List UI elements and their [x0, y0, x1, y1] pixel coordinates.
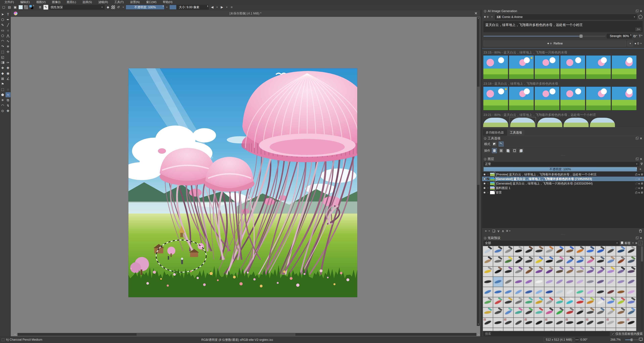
mode-vector-button[interactable]: [498, 142, 504, 147]
brush-preset-tile[interactable]: [585, 287, 595, 297]
brush-preset-tile[interactable]: [503, 308, 514, 318]
brush-preset-tile[interactable]: [565, 287, 575, 297]
menu-选择S[interactable]: 选择(S): [80, 0, 95, 4]
brush-option-icon[interactable]: ≣: [38, 5, 42, 9]
close-document-icon[interactable]: ✕: [474, 11, 478, 15]
brush-preset-tile[interactable]: [575, 297, 585, 307]
tool-rectangle-icon[interactable]: ▭: [0, 28, 5, 33]
brush-preset-tile[interactable]: [575, 328, 585, 331]
search-in-tag-checkbox[interactable]: ✓ 仅在当前标签内搜索: [612, 332, 643, 336]
layer-visibility-icon[interactable]: [483, 178, 486, 180]
tool-text-icon[interactable]: T: [6, 12, 10, 17]
tab-advanced-color-selector[interactable]: 多功能拾色器: [483, 129, 507, 136]
preserve-alpha-icon[interactable]: [111, 5, 115, 9]
fit-to-screen-icon[interactable]: [639, 338, 643, 341]
delete-layer-button[interactable]: [639, 229, 642, 233]
brush-search-input[interactable]: 搜索: [484, 332, 610, 336]
opacity-spinbox[interactable]: 不透明度: 100%▲▼: [126, 5, 164, 9]
scroll-left-icon[interactable]: ◀: [14, 333, 16, 336]
tool-similar-select-icon[interactable]: ⧉: [6, 98, 10, 103]
zoom-slider[interactable]: [625, 340, 639, 340]
float-docker-icon[interactable]: [636, 158, 638, 160]
brush-preset-tile[interactable]: [606, 287, 616, 297]
brush-preset-tile[interactable]: [565, 256, 575, 266]
brush-preset-tile[interactable]: [483, 287, 493, 297]
brush-preset-tile[interactable]: [626, 287, 636, 297]
brush-preset-tile[interactable]: [565, 308, 575, 318]
brush-preset-tile[interactable]: [565, 328, 575, 331]
brush-preset-tile[interactable]: [626, 297, 636, 307]
move-layer-up-button[interactable]: ∧: [502, 229, 504, 233]
tool-freehand-brush-icon[interactable]: ✎: [0, 22, 5, 27]
brush-preset-tile[interactable]: [626, 318, 636, 328]
brush-grid-scrollbar[interactable]: [641, 246, 643, 331]
layer-name[interactable]: 背景: [496, 191, 634, 195]
tags-button[interactable]: 标签: [624, 241, 630, 245]
brush-preset-tile[interactable]: [626, 277, 636, 287]
add-layer-button[interactable]: ＋: [484, 229, 488, 233]
action-replace-button[interactable]: [492, 148, 497, 153]
brush-preset-tile[interactable]: [493, 267, 503, 277]
generated-thumbnail[interactable]: [612, 86, 636, 110]
brush-preset-tile[interactable]: [524, 267, 534, 277]
tool-bezier-curve-icon[interactable]: ◠: [0, 38, 5, 44]
brush-preset-tile[interactable]: [544, 297, 554, 307]
brush-preset-tile[interactable]: [585, 246, 595, 256]
generated-thumbnail[interactable]: [509, 86, 534, 110]
brush-preset-tile[interactable]: [493, 328, 503, 331]
tool-colorize-mask-icon[interactable]: ⊠: [0, 76, 5, 81]
brush-preset-tile[interactable]: [534, 246, 544, 256]
docker-lock-icon[interactable]: [484, 237, 486, 239]
tool-crop-icon[interactable]: ◱: [0, 55, 5, 60]
brush-preset-tile[interactable]: [616, 277, 626, 287]
generated-thumbnail[interactable]: [510, 118, 535, 127]
layer-alpha-icon[interactable]: α: [638, 187, 640, 190]
generated-thumbnail[interactable]: [483, 55, 508, 79]
canvas-rotation-icon[interactable]: [575, 338, 579, 342]
layer-visibility-icon[interactable]: [483, 182, 486, 185]
pattern-swatch[interactable]: [18, 5, 23, 9]
tool-freehand-path-icon[interactable]: ∿: [6, 38, 10, 44]
layer-checkbox[interactable]: ✓: [487, 178, 489, 180]
brush-preset-tile[interactable]: [596, 277, 606, 287]
layer-thumbnail[interactable]: [490, 173, 495, 176]
snap-settings-icon[interactable]: ⌗: [229, 5, 234, 9]
tool-edit-shapes-icon[interactable]: ⬡: [0, 17, 5, 22]
float-docker-icon[interactable]: [636, 10, 638, 12]
tool-dynamic-brush-icon[interactable]: ↷: [0, 44, 5, 49]
mirror-horizontal-icon[interactable]: ◀: [210, 5, 214, 9]
brush-preset-tile[interactable]: [544, 267, 554, 277]
action-symmetric-button[interactable]: [519, 148, 524, 153]
brush-preset-tile[interactable]: [585, 256, 595, 266]
slider-knob[interactable]: [580, 34, 582, 38]
brush-preset-tile[interactable]: [606, 297, 616, 307]
menu-窗口W[interactable]: 窗口(W): [143, 0, 159, 4]
layer-thumbnail[interactable]: [490, 186, 495, 190]
brush-preset-tile[interactable]: [544, 256, 554, 266]
brush-preset-tile[interactable]: [585, 318, 595, 328]
brush-preset-tile[interactable]: [544, 277, 554, 287]
brush-preset-tile[interactable]: [514, 308, 524, 318]
dock-resize-handle[interactable]: ⸱⸱⸱⸱⸱⸱: [482, 234, 644, 236]
brush-preset-tile[interactable]: [585, 267, 595, 277]
layer-thumbnail[interactable]: [490, 182, 495, 185]
brush-preset-tile[interactable]: [554, 297, 564, 307]
brush-preset-tile[interactable]: [534, 277, 544, 287]
brush-preset-tile[interactable]: [534, 308, 544, 318]
mirror-vertical-icon[interactable]: ▶: [220, 5, 224, 9]
generated-thumbnail[interactable]: [564, 118, 588, 127]
tool-reference-images-icon[interactable]: ⚑: [0, 81, 5, 86]
brush-preset-tile[interactable]: [534, 297, 544, 307]
docker-lock-icon[interactable]: [484, 158, 486, 160]
menu-工具T[interactable]: 工具(T): [112, 0, 126, 4]
brush-preset-tile[interactable]: [514, 246, 524, 256]
inherit-alpha-icon[interactable]: [641, 192, 643, 194]
tool-select-shapes-icon[interactable]: ➤: [0, 12, 5, 17]
brush-preset-tile[interactable]: [554, 308, 564, 318]
brush-preset-tile[interactable]: [503, 297, 514, 307]
layer-row[interactable]: [Preview] 蓝天白云，绿草地上，飞翔着许多粉色的水母，远处有一个小村庄α: [482, 172, 644, 177]
foreground-background-colors[interactable]: ⇅: [29, 5, 34, 9]
dock-resize-handle[interactable]: ⸱⸱⸱⸱⸱⸱: [482, 127, 644, 129]
dock-resize-handle[interactable]: ⸱⸱⸱⸱⸱⸱: [482, 154, 644, 156]
brush-preset-tile[interactable]: [524, 277, 534, 287]
